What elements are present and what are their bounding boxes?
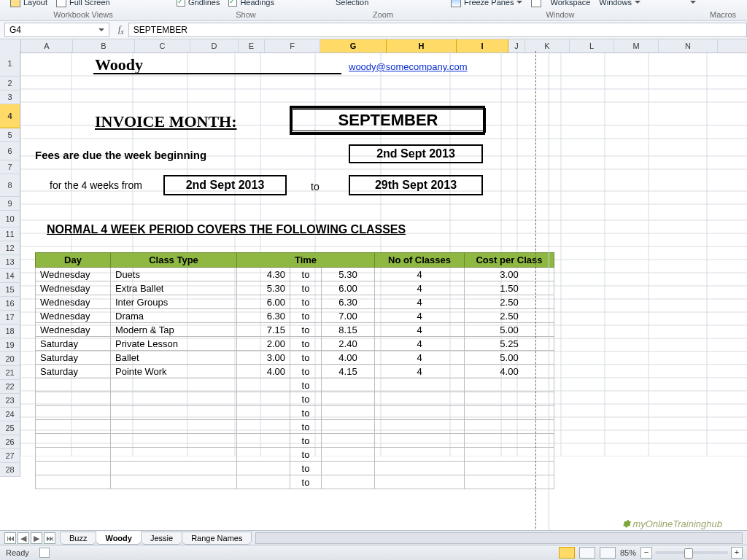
- macros-button[interactable]: [690, 1, 696, 4]
- normal-view-button[interactable]: [559, 547, 575, 559]
- tab-woody[interactable]: Woody: [96, 532, 141, 545]
- table-row[interactable]: WednesdayInter Groups6.00to6.3042.50: [36, 295, 554, 309]
- fullscreen-button[interactable]: Full Screen: [56, 0, 110, 7]
- table-row[interactable]: to: [36, 420, 554, 434]
- row-header-10[interactable]: 10: [0, 211, 20, 228]
- freeze-panes[interactable]: Freeze Panes: [451, 0, 522, 7]
- group-window: Window: [451, 10, 670, 19]
- table-row[interactable]: WednesdayExtra Ballet5.30to6.0041.50: [36, 281, 554, 295]
- page-break-view-button[interactable]: [600, 547, 616, 559]
- row-header-11[interactable]: 11: [0, 228, 20, 241]
- row-header-9[interactable]: 9: [0, 197, 20, 211]
- row-headers[interactable]: 1234567891011121314151617181920212223242…: [0, 51, 20, 477]
- horizontal-scrollbar[interactable]: [255, 532, 743, 544]
- ribbon: Layout Full Screen Workbook Views Gridli…: [0, 0, 747, 21]
- row-header-25[interactable]: 25: [0, 421, 20, 435]
- section-title: NORMAL 4 WEEK PERIOD COVERS THE FOLLOWIN…: [47, 223, 406, 236]
- name-underline: [93, 73, 341, 74]
- fees-due-label: Fees are due the week beginning: [35, 149, 206, 161]
- table-row[interactable]: to: [36, 475, 554, 489]
- row-header-23[interactable]: 23: [0, 394, 20, 408]
- formula-bar: G4 fx SEPTEMBER: [0, 21, 747, 39]
- tab-range-names[interactable]: Range Names: [182, 532, 252, 545]
- tab-first-icon[interactable]: ⏮: [4, 532, 16, 544]
- split-button[interactable]: [531, 0, 541, 7]
- weeks-label: for the 4 weeks from: [50, 179, 142, 191]
- zoom-out-button[interactable]: −: [640, 547, 652, 559]
- layout-button[interactable]: Layout: [10, 0, 47, 7]
- macro-record-icon[interactable]: [39, 548, 50, 558]
- doc-name: Woody: [95, 55, 143, 74]
- zoom-in-button[interactable]: +: [731, 547, 743, 559]
- row-header-1[interactable]: 1: [0, 51, 20, 77]
- fx-icon[interactable]: fx: [114, 24, 128, 36]
- row-header-16[interactable]: 16: [0, 297, 20, 311]
- to-label: to: [311, 181, 320, 192]
- th-5: No of Classes: [375, 253, 465, 268]
- table-row[interactable]: WednesdayModern & Tap7.15to8.1545.00: [36, 323, 554, 337]
- row-header-20[interactable]: 20: [0, 352, 20, 366]
- zoom-level[interactable]: 85%: [620, 548, 636, 557]
- th-2: Time: [237, 253, 375, 268]
- row-header-14[interactable]: 14: [0, 269, 20, 283]
- print-area-divider-k: [549, 51, 549, 531]
- row-header-13[interactable]: 13: [0, 255, 20, 269]
- table-row[interactable]: to: [36, 392, 554, 406]
- class-table: DayClass TypeTimeNo of ClassesCost per C…: [35, 252, 554, 489]
- row-header-12[interactable]: 12: [0, 241, 20, 255]
- table-row[interactable]: SaturdayBallet3.00to4.0045.00: [36, 351, 554, 365]
- table-row[interactable]: SaturdayPointe Work4.00to4.1544.00: [36, 365, 554, 378]
- row-header-6[interactable]: 6: [0, 142, 20, 160]
- formula-input[interactable]: SEPTEMBER: [128, 23, 747, 37]
- table-row[interactable]: SaturdayPrivate Lesson2.00to2.4045.25: [36, 337, 554, 351]
- row-header-2[interactable]: 2: [0, 77, 20, 90]
- row-header-7[interactable]: 7: [0, 160, 20, 174]
- tab-next-icon[interactable]: ▶: [31, 532, 42, 544]
- row-header-22[interactable]: 22: [0, 380, 20, 394]
- to-date-box: 29th Sept 2013: [349, 175, 483, 195]
- group-zoom: Zoom: [336, 10, 430, 19]
- th-0: Day: [36, 253, 111, 268]
- row-header-4[interactable]: 4: [0, 104, 20, 128]
- tab-prev-icon[interactable]: ◀: [18, 532, 29, 544]
- chevron-down-icon[interactable]: [98, 28, 104, 31]
- table-row[interactable]: to: [36, 378, 554, 392]
- worksheet-grid[interactable]: 1234567891011121314151617181920212223242…: [0, 51, 747, 531]
- table-row[interactable]: to: [36, 448, 554, 462]
- row-header-26[interactable]: 26: [0, 435, 20, 449]
- row-header-28[interactable]: 28: [0, 463, 20, 477]
- row-header-18[interactable]: 18: [0, 324, 20, 338]
- row-header-8[interactable]: 8: [0, 174, 20, 197]
- headings-check[interactable]: Headings: [228, 0, 274, 7]
- status-bar: Ready 85% − +: [0, 545, 747, 560]
- tab-last-icon[interactable]: ⏭: [44, 532, 55, 544]
- row-header-19[interactable]: 19: [0, 338, 20, 352]
- tab-buzz[interactable]: Buzz: [60, 532, 96, 545]
- row-header-21[interactable]: 21: [0, 366, 20, 380]
- save-workspace[interactable]: Workspace: [550, 0, 590, 7]
- switch-windows[interactable]: Windows: [599, 0, 640, 7]
- row-header-27[interactable]: 27: [0, 449, 20, 463]
- table-row[interactable]: WednesdayDuets4.30to5.3043.00: [36, 268, 554, 281]
- page-layout-view-button[interactable]: [579, 547, 595, 559]
- group-workbook-views: Workbook Views: [10, 10, 156, 19]
- row-header-3[interactable]: 3: [0, 90, 20, 104]
- tab-nav[interactable]: ⏮ ◀ ▶ ⏭: [0, 532, 60, 544]
- table-row[interactable]: WednesdayDrama6.30to7.0042.50: [36, 309, 554, 323]
- invoice-month-value[interactable]: SEPTEMBER: [290, 108, 486, 133]
- email-link[interactable]: woody@somecompany.com: [349, 61, 468, 72]
- table-row[interactable]: to: [36, 406, 554, 420]
- row-header-5[interactable]: 5: [0, 128, 20, 142]
- row-header-15[interactable]: 15: [0, 283, 20, 297]
- watermark: ✽ myOnlineTraininghub: [622, 518, 722, 529]
- name-box[interactable]: G4: [4, 23, 109, 37]
- zoom-slider[interactable]: [655, 551, 728, 554]
- invoice-month-label: INVOICE MONTH:: [95, 112, 237, 131]
- row-header-24[interactable]: 24: [0, 408, 20, 421]
- table-row[interactable]: to: [36, 434, 554, 448]
- gridlines-check[interactable]: Gridlines: [177, 0, 220, 7]
- row-header-17[interactable]: 17: [0, 311, 20, 324]
- table-row[interactable]: to: [36, 462, 554, 475]
- tab-jessie[interactable]: Jessie: [141, 532, 182, 545]
- zoom-selection[interactable]: Selection: [336, 0, 368, 7]
